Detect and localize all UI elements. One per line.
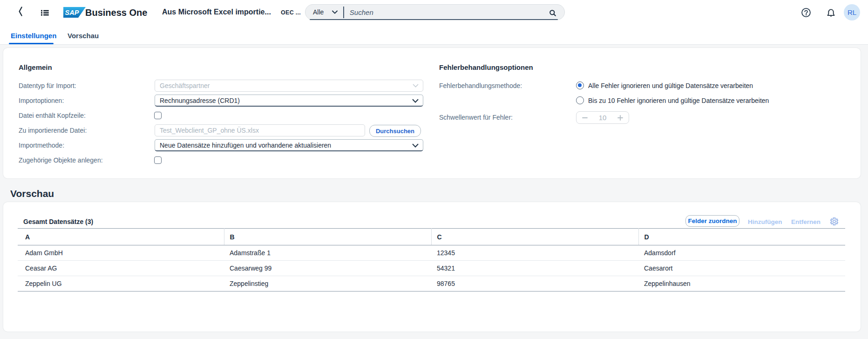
svg-text:SAP: SAP [65, 9, 79, 16]
